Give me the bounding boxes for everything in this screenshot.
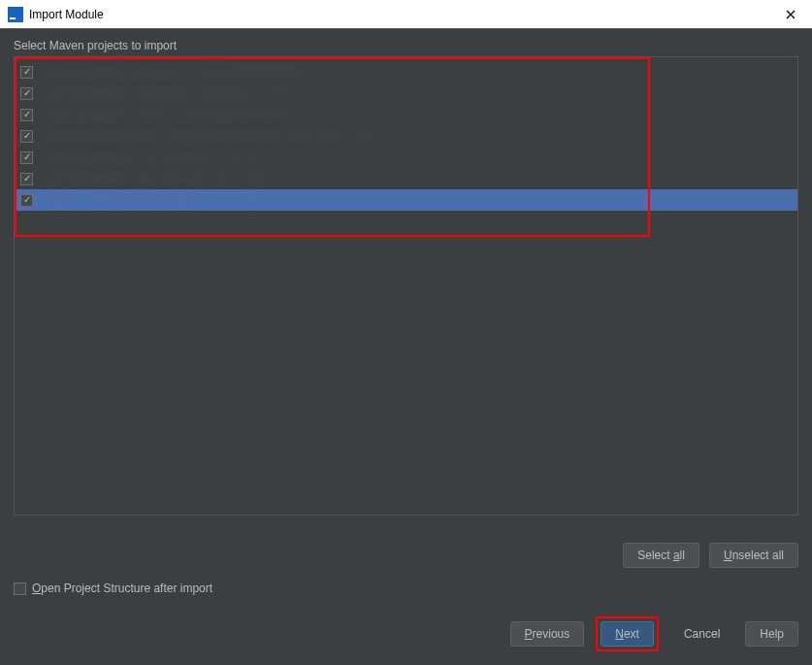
project-list-panel: com.example:parent:1.0.0-SNAPSHOTcom.exa…: [14, 56, 798, 515]
project-list[interactable]: com.example:parent:1.0.0-SNAPSHOTcom.exa…: [15, 57, 797, 215]
project-checkbox[interactable]: [20, 151, 33, 164]
open-project-structure-checkbox[interactable]: [14, 582, 26, 595]
title-bar: Import Module: [0, 0, 812, 29]
select-buttons-row: Select all Unselect all: [14, 543, 798, 568]
project-checkbox[interactable]: [20, 130, 33, 143]
dialog-body: Select Maven projects to import com.exam…: [0, 29, 812, 665]
project-label: c op, s-se -wrs-api-se . . . . .e]: [41, 193, 260, 207]
project-label: com.example:t-fk-module:1.0.0: [41, 150, 257, 164]
project-row[interactable]: com.example:api:1.0.0-SNAPSHOT [active] …: [15, 125, 797, 147]
project-checkbox[interactable]: [20, 87, 33, 100]
app-icon: [8, 7, 23, 22]
project-checkbox[interactable]: [20, 66, 33, 79]
select-all-button[interactable]: Select all: [623, 543, 699, 568]
instruction-label: Select Maven projects to import: [14, 39, 798, 52]
previous-button[interactable]: Previous: [510, 621, 585, 647]
project-label: com.example:api:1.0.0-SNAPSHOT [active] …: [41, 129, 377, 143]
project-label: com.example:mavente-module:1.0.0: [41, 86, 291, 100]
nav-buttons-row: Previous Next Cancel Help: [14, 616, 798, 651]
project-row[interactable]: com.example:core:1.0.0-SNAPSHOT: [15, 104, 797, 125]
open-project-structure-label: Open Project Structure after import: [32, 582, 212, 595]
project-row[interactable]: com.example:t-fk-module:1.0.0: [15, 147, 797, 168]
project-checkbox[interactable]: [20, 109, 33, 121]
project-label: com.example:parent:1.0.0-SNAPSHOT: [41, 65, 308, 79]
svg-rect-0: [8, 7, 23, 22]
project-row[interactable]: c op, s-se -wrs-api-se . . . . .e]: [15, 189, 797, 211]
cancel-button[interactable]: Cancel: [670, 621, 733, 647]
project-checkbox[interactable]: [20, 173, 33, 185]
window-title: Import Module: [29, 8, 768, 21]
window-close-button[interactable]: [768, 0, 812, 29]
project-label: com.example:api-server \d s-ser: [41, 172, 267, 185]
project-row[interactable]: com.example:parent:1.0.0-SNAPSHOT: [15, 61, 797, 83]
project-row[interactable]: com.example:api-server \d s-ser: [15, 168, 797, 189]
project-label: com.example:core:1.0.0-SNAPSHOT: [41, 108, 293, 121]
open-project-structure-row[interactable]: Open Project Structure after import: [14, 582, 798, 595]
project-checkbox[interactable]: [20, 194, 33, 207]
svg-rect-1: [10, 17, 16, 19]
annotation-next-highlight: Next: [596, 616, 659, 651]
unselect-all-button[interactable]: Unselect all: [709, 543, 798, 568]
next-button[interactable]: Next: [601, 621, 654, 647]
help-button[interactable]: Help: [745, 621, 798, 647]
project-row[interactable]: com.example:mavente-module:1.0.0: [15, 83, 797, 104]
